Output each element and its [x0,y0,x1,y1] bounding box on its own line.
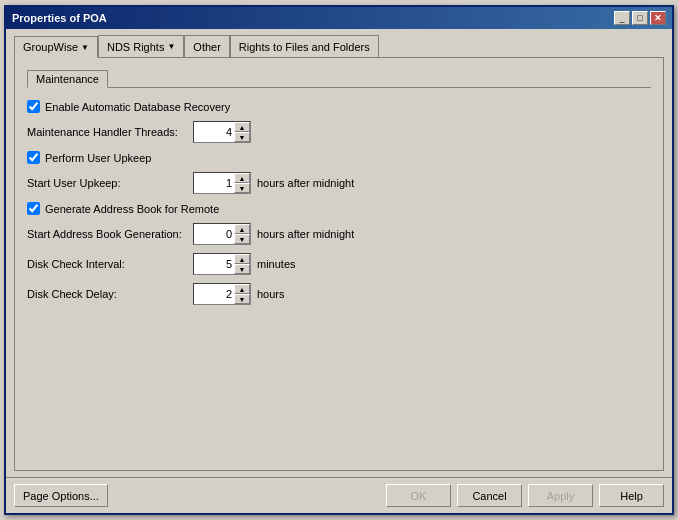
generate-address-book-checkbox[interactable] [27,202,40,215]
disk-check-interval-row: Disk Check Interval: 5 ▲ ▼ minutes [27,253,651,275]
maintenance-handler-threads-input[interactable]: 4 [194,122,234,142]
start-address-book-row: Start Address Book Generation: 0 ▲ ▼ hou… [27,223,651,245]
minimize-button[interactable]: _ [614,11,630,25]
start-user-upkeep-input[interactable]: 1 [194,173,234,193]
maximize-button[interactable]: □ [632,11,648,25]
disk-check-interval-up-button[interactable]: ▲ [234,254,250,264]
disk-check-delay-label: Disk Check Delay: [27,288,187,300]
disk-check-delay-input[interactable]: 2 [194,284,234,304]
disk-check-interval-input[interactable]: 5 [194,254,234,274]
start-address-book-input[interactable]: 0 [194,224,234,244]
bottom-right-buttons: OK Cancel Apply Help [386,484,664,507]
maintenance-handler-threads-label: Maintenance Handler Threads: [27,126,187,138]
tab-bar: GroupWise ▼ NDS Rights ▼ Other Rights to… [14,35,664,57]
maintenance-handler-threads-down-button[interactable]: ▼ [234,132,250,142]
disk-check-interval-suffix: minutes [257,258,296,270]
title-bar-buttons: _ □ ✕ [614,11,666,25]
tab-panel: Maintenance Enable Automatic Database Re… [14,57,664,471]
start-address-book-down-button[interactable]: ▼ [234,234,250,244]
disk-check-delay-suffix: hours [257,288,285,300]
start-address-book-spinner-buttons: ▲ ▼ [234,224,250,244]
enable-auto-db-recovery-label: Enable Automatic Database Recovery [45,101,230,113]
disk-check-delay-down-button[interactable]: ▼ [234,294,250,304]
generate-address-book-label: Generate Address Book for Remote [45,203,219,215]
start-address-book-spinner: 0 ▲ ▼ [193,223,251,245]
start-user-upkeep-label: Start User Upkeep: [27,177,187,189]
start-address-book-suffix: hours after midnight [257,228,354,240]
disk-check-interval-label: Disk Check Interval: [27,258,187,270]
start-user-upkeep-suffix: hours after midnight [257,177,354,189]
tab-rights-files-folders[interactable]: Rights to Files and Folders [230,35,379,57]
ok-button[interactable]: OK [386,484,451,507]
perform-user-upkeep-label: Perform User Upkeep [45,152,151,164]
start-address-book-label: Start Address Book Generation: [27,228,187,240]
disk-check-interval-spinner: 5 ▲ ▼ [193,253,251,275]
sub-tab-label: Maintenance [27,70,651,88]
disk-check-delay-spinner-buttons: ▲ ▼ [234,284,250,304]
close-button[interactable]: ✕ [650,11,666,25]
disk-check-delay-spinner: 2 ▲ ▼ [193,283,251,305]
cancel-button[interactable]: Cancel [457,484,522,507]
tab-other-label: Other [193,41,221,53]
tab-other[interactable]: Other [184,35,230,57]
main-window: Properties of POA _ □ ✕ GroupWise ▼ NDS … [4,5,674,515]
start-user-upkeep-spinner: 1 ▲ ▼ [193,172,251,194]
disk-check-delay-up-button[interactable]: ▲ [234,284,250,294]
start-user-upkeep-down-button[interactable]: ▼ [234,183,250,193]
tab-groupwise[interactable]: GroupWise ▼ [14,36,98,58]
maintenance-handler-threads-up-button[interactable]: ▲ [234,122,250,132]
maintenance-tab[interactable]: Maintenance [27,70,108,88]
groupwise-dropdown-arrow-icon: ▼ [81,43,89,52]
enable-auto-db-recovery-row: Enable Automatic Database Recovery [27,100,651,113]
disk-check-interval-spinner-buttons: ▲ ▼ [234,254,250,274]
tab-groupwise-label: GroupWise [23,41,78,53]
generate-address-book-row: Generate Address Book for Remote [27,202,651,215]
help-button[interactable]: Help [599,484,664,507]
perform-user-upkeep-row: Perform User Upkeep [27,151,651,164]
maintenance-handler-threads-spinner: 4 ▲ ▼ [193,121,251,143]
start-user-upkeep-spinner-buttons: ▲ ▼ [234,173,250,193]
start-address-book-up-button[interactable]: ▲ [234,224,250,234]
window-content: GroupWise ▼ NDS Rights ▼ Other Rights to… [6,29,672,477]
maintenance-handler-threads-row: Maintenance Handler Threads: 4 ▲ ▼ [27,121,651,143]
tab-rights-files-folders-label: Rights to Files and Folders [239,41,370,53]
perform-user-upkeep-checkbox[interactable] [27,151,40,164]
bottom-bar: Page Options... OK Cancel Apply Help [6,477,672,513]
start-user-upkeep-row: Start User Upkeep: 1 ▲ ▼ hours after mid… [27,172,651,194]
title-bar: Properties of POA _ □ ✕ [6,7,672,29]
tab-nds-rights-label: NDS Rights [107,41,164,53]
tab-nds-rights[interactable]: NDS Rights ▼ [98,35,184,57]
page-options-button[interactable]: Page Options... [14,484,108,507]
enable-auto-db-recovery-checkbox[interactable] [27,100,40,113]
disk-check-interval-down-button[interactable]: ▼ [234,264,250,274]
nds-rights-dropdown-arrow-icon: ▼ [167,42,175,51]
window-title: Properties of POA [12,12,107,24]
maintenance-handler-threads-spinner-buttons: ▲ ▼ [234,122,250,142]
disk-check-delay-row: Disk Check Delay: 2 ▲ ▼ hours [27,283,651,305]
apply-button[interactable]: Apply [528,484,593,507]
start-user-upkeep-up-button[interactable]: ▲ [234,173,250,183]
